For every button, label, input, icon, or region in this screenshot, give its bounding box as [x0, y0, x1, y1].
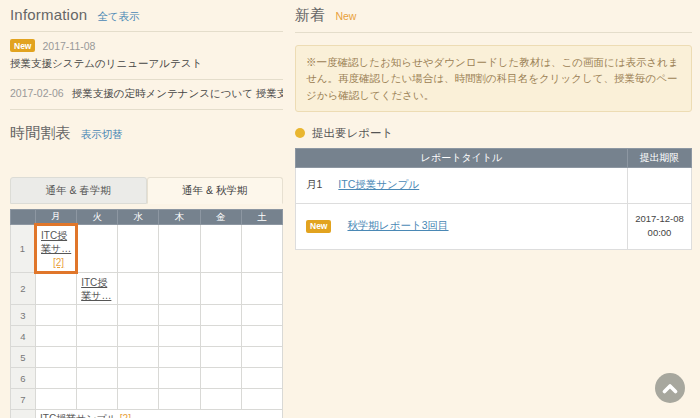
- period-label: 5: [11, 347, 36, 368]
- timetable-row-2: 2 ITC授業サ…: [11, 273, 283, 305]
- timetable-cell: [200, 225, 241, 273]
- timetable-row-1: 1 ITC授業サ… [2]: [11, 225, 283, 273]
- timetable-cell: [200, 347, 241, 368]
- news-item-line: 2017-02-06 授業支援の定時メンテナンスについて 授業支援では、毎日 午…: [10, 87, 283, 101]
- report-row: 月1 ITC授業サンプル: [296, 167, 692, 203]
- timetable-cell: [159, 273, 200, 305]
- unread-count-link[interactable]: [2]: [53, 256, 64, 269]
- timetable-grid: 月 火 水 木 金 土 1 ITC授業サ… [2]: [10, 209, 283, 418]
- unread-count-link[interactable]: [2]: [120, 413, 131, 418]
- timetable-cell: [77, 347, 118, 368]
- timetable-cell: [241, 368, 282, 389]
- timetable-cell: [159, 326, 200, 347]
- news-title: 授業支援システムのリニューアルテスト: [10, 57, 283, 71]
- timetable-cell: [159, 368, 200, 389]
- timetable-cell: [159, 389, 200, 410]
- reports-table: レポートタイトル 提出期限 月1 ITC授業サンプル: [295, 148, 692, 250]
- news-section-title: 新着: [295, 6, 325, 25]
- course-slot: ITC授業サ…: [77, 273, 117, 304]
- period-label: 3: [11, 305, 36, 326]
- course-link[interactable]: ITC授業サ…: [41, 230, 71, 254]
- timetable-cell-tue2: ITC授業サ…: [77, 273, 118, 305]
- timetable-row-4: 4: [11, 326, 283, 347]
- chevron-up-icon: [662, 383, 678, 394]
- new-badge: New: [10, 39, 35, 52]
- timetable-cell-other: ITC授業サンプル [2] ITC授業サンプル2: [36, 410, 283, 418]
- timetable-row-other: 他 ITC授業サンプル [2] ITC授業サンプル2: [11, 410, 283, 418]
- report-link[interactable]: ITC授業サンプル: [338, 178, 419, 192]
- timetable-cell: [200, 273, 241, 305]
- show-all-link[interactable]: 全て表示: [97, 10, 139, 24]
- new-label: New: [335, 10, 356, 22]
- timetable-cell: [118, 368, 159, 389]
- timetable-cell: [200, 368, 241, 389]
- news-item[interactable]: 2017-02-06 授業支援の定時メンテナンスについて 授業支援では、毎日 午…: [10, 80, 283, 110]
- timetable-corner-cell: [11, 210, 36, 225]
- timetable-title: 時間割表: [10, 124, 71, 143]
- column-deadline: 提出期限: [628, 148, 692, 167]
- news-header: 新着 New: [295, 4, 692, 33]
- timetable-cell: [77, 326, 118, 347]
- display-toggle-link[interactable]: 表示切替: [81, 128, 123, 142]
- timetable-cell: [159, 347, 200, 368]
- timetable-cell: [118, 225, 159, 273]
- report-link[interactable]: 秋学期レポート3回目: [347, 219, 448, 233]
- timetable-cell: [200, 326, 241, 347]
- deadline-time: 00:00: [628, 226, 691, 240]
- timetable-day-header-row: 月 火 水 木 金 土: [11, 210, 283, 225]
- timetable-cell: [36, 326, 77, 347]
- report-cell: 月1 ITC授業サンプル: [296, 167, 628, 203]
- news-date: 2017-02-06: [10, 87, 64, 101]
- timetable-cell: [77, 389, 118, 410]
- period-label: 4: [11, 326, 36, 347]
- timetable-cell: [118, 273, 159, 305]
- timetable-cell: [200, 389, 241, 410]
- information-title: Information: [10, 6, 87, 23]
- day-header-mon: 月: [36, 210, 77, 225]
- notice-box: ※一度確認したお知らせやダウンロードした教材は、この画面には表示されません。再度…: [295, 45, 692, 112]
- information-header: Information 全て表示: [10, 4, 283, 32]
- reports-header-row: レポートタイトル 提出期限: [296, 148, 692, 167]
- scroll-to-top-button[interactable]: [655, 373, 685, 403]
- left-column: Information 全て表示 New 2017-11-08 授業支援システム…: [10, 4, 283, 418]
- timetable-cell: [36, 273, 77, 305]
- bullet-icon: [295, 128, 305, 138]
- period-label-other: 他: [11, 410, 36, 418]
- timetable-cell: [241, 347, 282, 368]
- timetable-cell: [241, 273, 282, 305]
- timetable-cell: [77, 305, 118, 326]
- day-header-tue: 火: [77, 210, 118, 225]
- timetable-cell: [118, 305, 159, 326]
- report-deadline: [628, 167, 692, 203]
- timetable-cell: [36, 389, 77, 410]
- news-title: 授業支援の定時メンテナンスについて 授業支援では、毎日 午前 5:...: [72, 87, 283, 101]
- tab-spring-semester[interactable]: 通年 & 春学期: [10, 177, 147, 204]
- timetable-row-3: 3: [11, 305, 283, 326]
- course-slot: ITC授業サンプル [2]: [40, 412, 278, 418]
- report-cell: New 秋学期レポート3回目: [296, 203, 628, 249]
- timetable-cell: [200, 305, 241, 326]
- day-header-sat: 土: [241, 210, 282, 225]
- reports-section-title: 提出要レポート: [312, 126, 393, 141]
- news-item-meta: New 2017-11-08: [10, 39, 283, 52]
- new-badge: New: [306, 220, 331, 233]
- timetable-cell: [118, 347, 159, 368]
- timetable-cell: [77, 368, 118, 389]
- tab-fall-semester[interactable]: 通年 & 秋学期: [147, 177, 284, 204]
- timetable-cell: [118, 389, 159, 410]
- course-link[interactable]: ITC授業サンプル: [40, 413, 117, 418]
- course-link[interactable]: ITC授業サ…: [81, 277, 111, 301]
- timetable-header: 時間割表 表示切替: [10, 122, 283, 150]
- period-label: 2: [11, 273, 36, 305]
- timetable-cell-mon1-highlighted: ITC授業サ… [2]: [36, 225, 77, 273]
- reports-section-header: 提出要レポート: [295, 126, 692, 141]
- period-label: 6: [11, 368, 36, 389]
- report-slot-label: 月1: [306, 178, 322, 192]
- news-item[interactable]: New 2017-11-08 授業支援システムのリニューアルテスト: [10, 32, 283, 80]
- course-slot: ITC授業サ… [2]: [37, 226, 75, 271]
- day-header-wed: 水: [118, 210, 159, 225]
- timetable-tabs: 通年 & 春学期 通年 & 秋学期: [10, 177, 283, 204]
- period-label: 1: [11, 225, 36, 273]
- report-deadline: 2017-12-08 00:00: [628, 203, 692, 249]
- timetable-cell: [159, 305, 200, 326]
